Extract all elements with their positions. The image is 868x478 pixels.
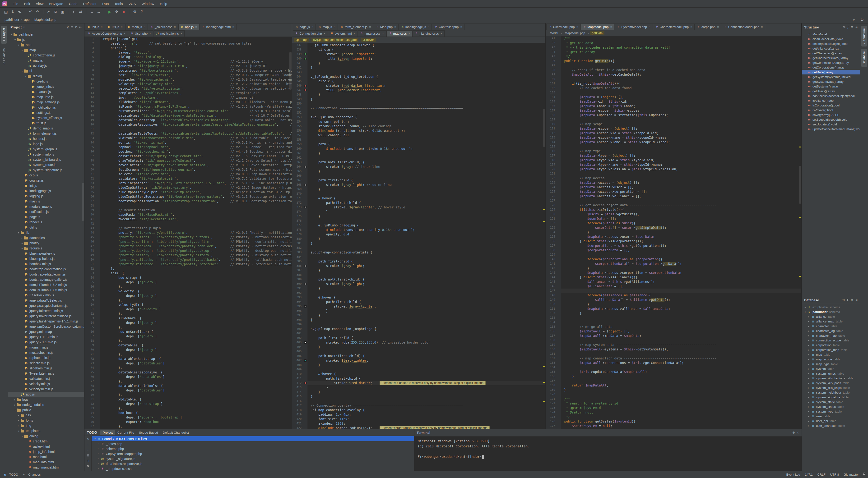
code-line[interactable]: 86 exports: 'bootbox' [85,420,292,424]
breadcrumb-mapmodel-php[interactable]: MapModel.php [563,31,587,35]
code-line[interactable]: 49 'pnotify.history': 'lib/pnotify/pnoti… [85,253,292,257]
line-number[interactable]: 365 [292,169,303,173]
code-line[interactable]: 77 }, [85,379,292,384]
tree-item-map-info-js[interactable]: JSmap_info.js [8,94,84,100]
line-number[interactable]: 400 [292,327,303,331]
code-line[interactable]: 370 [292,192,546,196]
line-number[interactable]: 112 [546,131,557,135]
code-line[interactable]: 79 deps: ['datatables'] [85,388,292,393]
line-number[interactable]: 413 [292,385,303,390]
line-number[interactable]: 356 [292,128,303,133]
code-line[interactable]: 40 easePack: 'lib/EasePack.min', [85,213,292,217]
expander-icon[interactable]: ▾ [93,438,97,440]
debug-icon[interactable]: ❖ [114,9,120,15]
code-line[interactable]: 385 path:first-child { [292,259,546,264]
line-number[interactable]: 91 [546,36,557,41]
code-line[interactable]: 350 [292,101,546,106]
tree-item-gallery-html[interactable]: Hgallery.html [8,444,84,449]
close-icon[interactable]: × [121,25,123,29]
code-line[interactable]: 386 stroke: $gray-light; [292,264,546,268]
code-line[interactable]: 122 // map access [546,176,801,181]
code-line[interactable]: 71 }, [85,352,292,357]
line-number[interactable]: 379 [292,232,303,236]
tree-item-jquery-easypiechart-min-js[interactable]: JSjquery.easypiechart.min.js [8,303,84,308]
code-line[interactable]: 105 $mapData->id = $this->id; [546,99,801,104]
close-icon[interactable]: × [610,25,612,29]
line-number[interactable]: 178 [546,428,557,429]
code-line[interactable]: 146 $allianceData = []; [546,284,801,289]
expander-icon[interactable]: ▸ [97,442,101,445]
code-line[interactable]: 8 bootstrap: 'lib/bootstrap.min', // v3.… [85,68,292,73]
tree-item-system-kills-ships[interactable]: ▸▦system_kills_shipstable [802,385,860,390]
code-line[interactable]: 366 [292,173,546,178]
line-number[interactable]: 382 [292,246,303,250]
line-number[interactable]: 75 [85,370,96,375]
line-number[interactable]: 367 [292,178,303,183]
line-number[interactable]: 116 [546,149,557,153]
line-number[interactable]: 401 [292,331,303,336]
tab-accesscontroller-php[interactable]: PAccessController.php× [85,30,128,36]
back-icon[interactable]: ← [89,9,95,15]
line-number[interactable]: 360 [292,147,303,151]
expander-icon[interactable]: ▸ [13,398,17,401]
breadcrumb-pf-map[interactable]: .pf-map [294,38,308,42]
expander-icon[interactable]: ▸ [807,358,811,361]
line-number[interactable]: 38 [85,203,96,208]
line-number[interactable]: 28 [85,158,96,163]
line-number[interactable]: 417 [292,403,303,408]
show-fields-icon[interactable]: ƒ [847,25,849,29]
close-icon[interactable]: × [174,25,176,29]
code-line[interactable]: 113 $mapData->scope->name = $this->scope… [546,135,801,140]
code-line[interactable]: 417// Connection overlay ===============… [292,403,546,408]
code-line[interactable]: 394 path:first-child { [292,300,546,304]
breadcrumb-model[interactable]: Model [548,31,560,35]
expander-icon[interactable]: ▸ [807,386,811,389]
line-number[interactable]: 46 [85,240,96,244]
line-number[interactable]: 48 [85,249,96,253]
expander-icon[interactable]: ▾ [17,44,21,46]
line-number[interactable]: 396 [292,309,303,313]
line-number[interactable]: 375 [292,214,303,219]
line-number[interactable]: 137 [546,244,557,248]
tab-charactermodel-php[interactable]: PCharacterModel.php× [653,24,694,30]
line-number[interactable]: 418 [292,408,303,412]
code-line[interactable]: 25 raphael: 'lib/raphael-min', // v2.1.4… [85,145,292,149]
code-line[interactable]: 3 paths: { [85,46,292,50]
line-number[interactable]: 118 [546,158,557,162]
code-line[interactable]: 422 @include border-radius(4px);Element … [292,426,546,429]
code-line[interactable]: 18 datatables: 'lib/datatables/jquery.da… [85,113,292,118]
expander-icon[interactable]: ▸ [807,391,811,394]
todo-view-scope-based[interactable]: Scope Based [137,430,160,435]
line-number[interactable]: 393 [292,295,303,300]
code-line[interactable]: 169} [546,388,801,392]
tree-item-dialog[interactable]: ▾dialog [8,73,84,79]
code-line[interactable]: 376 [292,219,546,223]
line-number[interactable]: 69 [85,343,96,348]
code-line[interactable]: 37 bootstrapConfirmation: 'lib/bootstrap… [85,199,292,203]
code-line[interactable]: 84 bootbox: { [85,411,292,415]
code-line[interactable]: 361 } [292,151,546,156]
gear-icon[interactable]: ⚙ [792,431,795,434]
expander-icon[interactable]: ▾ [9,33,13,36]
code-line[interactable]: 112 $mapData->scope->id = $this->scopeId… [546,131,801,135]
line-number[interactable]: 363 [292,160,303,164]
code-line[interactable]: 63 slidebars: { [85,316,292,321]
line-number[interactable]: 19 [85,118,96,122]
line-number[interactable]: 412 [292,381,303,385]
tab-landing-scss[interactable]: S_landing.scss× [413,30,444,36]
tab-notification-js[interactable]: JSnotification.js× [154,30,185,36]
line-number[interactable]: 163 [546,361,557,365]
code-line[interactable]: 338 circle { [292,47,546,52]
line-number[interactable]: 64 [85,321,96,325]
close-icon[interactable]: × [717,25,719,29]
hide-panel-icon[interactable]: ⇥ [855,25,858,29]
expander-icon[interactable]: ▸ [807,372,811,375]
tree-item-landingpage-js[interactable]: JSlandingpage.js [8,188,84,193]
expander-icon[interactable]: ▸ [807,315,811,318]
code-line[interactable]: 117 $mapData->type = (object) []; [546,153,801,158]
code-line[interactable]: 125 $mapData->access->corporation = []; [546,189,801,194]
code-line[interactable]: 15 slidebars: 'lib/slidebars', // v0.10 … [85,100,292,104]
tree-item-notes-php[interactable]: ▸P_notes.php [92,441,414,446]
code-line[interactable]: 170 [546,392,801,397]
line-number[interactable]: 82 [85,402,96,406]
